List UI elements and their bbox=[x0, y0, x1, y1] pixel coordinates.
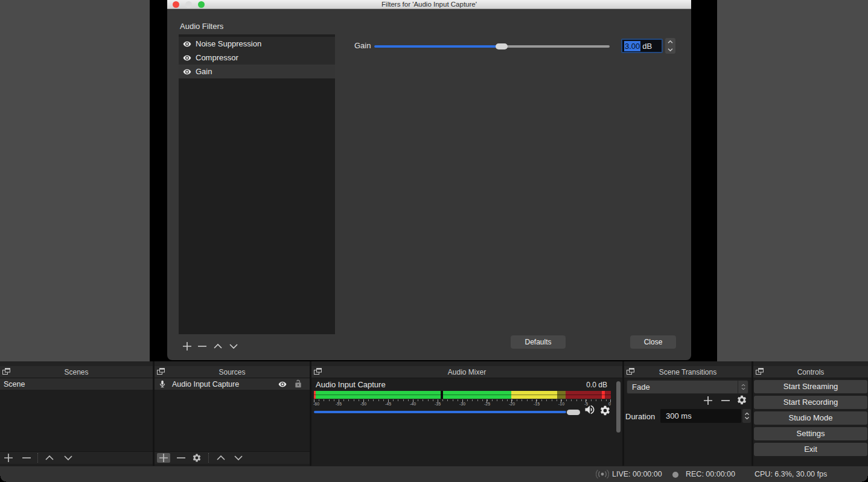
obs-window: Filters for 'Audio Input Capture' Audio … bbox=[0, 0, 868, 482]
add-source-button[interactable] bbox=[157, 453, 170, 463]
remove-source-button[interactable] bbox=[176, 453, 186, 463]
mixer-settings-gear-icon[interactable] bbox=[599, 405, 611, 416]
sources-toolbar bbox=[155, 451, 310, 464]
scenes-panel: Scenes Scene bbox=[0, 366, 153, 466]
gain-slider-fill bbox=[374, 45, 502, 48]
gain-value-input[interactable]: 3.00 dB bbox=[621, 39, 663, 53]
source-down-button[interactable] bbox=[234, 453, 243, 463]
rec-dot-icon bbox=[672, 472, 678, 478]
gain-unit-label: dB bbox=[640, 42, 652, 51]
volume-slider[interactable] bbox=[314, 408, 582, 416]
source-properties-gear-icon[interactable] bbox=[192, 453, 202, 463]
volume-slider-handle[interactable] bbox=[567, 410, 580, 415]
scene-list-item[interactable]: Scene bbox=[0, 378, 153, 390]
duration-spinner[interactable] bbox=[742, 409, 751, 423]
filter-name: Noise Suppression bbox=[196, 39, 261, 48]
controls-header[interactable]: Controls bbox=[753, 366, 868, 378]
remove-transition-button[interactable] bbox=[720, 395, 731, 408]
source-up-button[interactable] bbox=[216, 453, 226, 463]
start-recording-button[interactable]: Start Recording bbox=[754, 396, 867, 409]
transition-properties-gear-icon[interactable] bbox=[736, 395, 747, 408]
dock-area: Scenes Scene Sources Audio Input Capture bbox=[0, 361, 868, 466]
gain-value-spinner[interactable] bbox=[665, 38, 675, 54]
studio-mode-button[interactable]: Studio Mode bbox=[754, 411, 867, 425]
filter-row-compressor[interactable]: Compressor bbox=[179, 51, 335, 65]
filter-list[interactable]: Noise Suppression Compressor Gain bbox=[179, 34, 335, 334]
add-transition-button[interactable] bbox=[703, 395, 713, 408]
scene-up-button[interactable] bbox=[45, 453, 54, 463]
scene-transitions-header[interactable]: Scene Transitions bbox=[624, 366, 752, 378]
source-name: Audio Input Capture bbox=[172, 380, 239, 388]
dialog-title: Filters for 'Audio Input Capture' bbox=[167, 0, 691, 9]
volume-slider-fill bbox=[314, 411, 566, 413]
gain-slider-label: Gain bbox=[354, 41, 371, 50]
microphone-icon bbox=[158, 379, 167, 388]
toolbar-separator bbox=[208, 453, 209, 463]
meter-scale-labels: -60 -55 -50 -45 -40 -35 -30 -25 -20 -15 … bbox=[314, 402, 611, 407]
scene-name: Scene bbox=[4, 380, 25, 388]
eye-icon[interactable] bbox=[183, 54, 191, 62]
volume-meter bbox=[314, 391, 611, 399]
defaults-button[interactable]: Defaults bbox=[511, 335, 566, 349]
spin-up-button[interactable] bbox=[665, 38, 675, 46]
dialog-titlebar[interactable]: Filters for 'Audio Input Capture' bbox=[167, 0, 691, 9]
source-lock-open-icon[interactable] bbox=[294, 379, 302, 388]
toolbar-separator bbox=[37, 453, 38, 463]
transition-select-arrows[interactable] bbox=[738, 381, 748, 393]
add-scene-button[interactable] bbox=[4, 453, 13, 463]
window-corner bbox=[0, 476, 6, 482]
window-corner bbox=[862, 476, 868, 482]
mixer-channel-name: Audio Input Capture bbox=[316, 380, 386, 389]
source-list-item[interactable]: Audio Input Capture bbox=[155, 378, 310, 390]
duration-input[interactable]: 300 ms bbox=[660, 409, 741, 423]
gain-slider-track bbox=[502, 45, 610, 48]
scene-transitions-title: Scene Transitions bbox=[624, 368, 752, 376]
move-filter-up-button[interactable] bbox=[213, 341, 223, 354]
filter-row-gain[interactable]: Gain bbox=[179, 65, 335, 78]
filters-dialog: Filters for 'Audio Input Capture' Audio … bbox=[167, 0, 691, 360]
mixer-level-value: 0.0 dB bbox=[586, 381, 607, 389]
remove-filter-button[interactable] bbox=[197, 341, 207, 354]
sources-header[interactable]: Sources bbox=[155, 366, 310, 378]
close-button[interactable]: Close bbox=[630, 335, 676, 349]
live-broadcast-icon bbox=[596, 469, 609, 479]
audio-filters-label: Audio Filters bbox=[180, 22, 223, 31]
start-streaming-button[interactable]: Start Streaming bbox=[754, 380, 867, 393]
exit-button[interactable]: Exit bbox=[754, 443, 867, 456]
mixer-scrollbar[interactable] bbox=[616, 381, 621, 433]
eye-icon[interactable] bbox=[183, 68, 191, 76]
gain-value-selected-text: 3.00 bbox=[624, 41, 640, 51]
sources-title: Sources bbox=[155, 368, 310, 376]
controls-title: Controls bbox=[753, 368, 868, 376]
filter-name: Compressor bbox=[196, 53, 238, 62]
duration-label: Duration bbox=[625, 412, 655, 421]
gain-slider-handle[interactable] bbox=[496, 43, 508, 49]
scenes-title: Scenes bbox=[0, 368, 153, 376]
eye-icon[interactable] bbox=[183, 40, 191, 48]
sources-panel: Sources Audio Input Capture bbox=[155, 366, 310, 466]
scene-down-button[interactable] bbox=[63, 453, 73, 463]
audio-mixer-panel: Audio Mixer Audio Input Capture 0.0 dB -… bbox=[311, 366, 622, 466]
add-filter-button[interactable] bbox=[182, 341, 192, 354]
audio-mixer-header[interactable]: Audio Mixer bbox=[311, 366, 622, 378]
move-filter-down-button[interactable] bbox=[229, 341, 238, 354]
audio-mixer-title: Audio Mixer bbox=[311, 368, 622, 376]
speaker-mute-icon[interactable] bbox=[583, 404, 596, 416]
transition-select[interactable]: Fade bbox=[627, 380, 748, 394]
filter-name: Gain bbox=[196, 67, 212, 76]
controls-panel: Controls Start Streaming Start Recording… bbox=[753, 366, 868, 466]
source-visibility-eye-icon[interactable] bbox=[278, 380, 287, 388]
settings-button[interactable]: Settings bbox=[754, 427, 867, 440]
gain-slider[interactable] bbox=[374, 43, 610, 50]
transition-selected-value: Fade bbox=[632, 382, 650, 392]
scenes-toolbar bbox=[0, 451, 153, 464]
cpu-fps-stats: CPU: 6.3%, 30.00 fps bbox=[755, 470, 827, 478]
filter-row-noise-suppression[interactable]: Noise Suppression bbox=[179, 37, 335, 51]
scenes-header[interactable]: Scenes bbox=[0, 366, 153, 378]
rec-time: REC: 00:00:00 bbox=[686, 470, 735, 478]
remove-scene-button[interactable] bbox=[22, 453, 31, 463]
scene-transitions-panel: Scene Transitions Fade Duration 300 ms bbox=[624, 366, 752, 466]
live-time: LIVE: 00:00:00 bbox=[612, 470, 662, 478]
spin-down-button[interactable] bbox=[665, 46, 675, 54]
status-bar: LIVE: 00:00:00 REC: 00:00:00 CPU: 6.3%, … bbox=[0, 466, 868, 482]
